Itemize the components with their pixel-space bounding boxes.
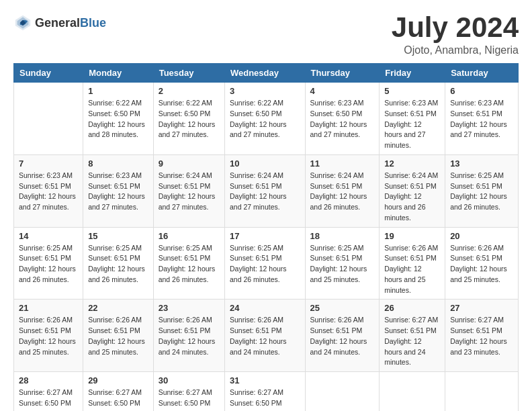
calendar-cell: 26 Sunrise: 6:27 AMSunset: 6:51 PMDaylig…	[380, 300, 445, 372]
day-number: 9	[159, 158, 220, 169]
header-friday: Friday	[380, 64, 445, 83]
day-info: Sunrise: 6:24 AMSunset: 6:51 PMDaylight:…	[159, 171, 216, 211]
day-info: Sunrise: 6:22 AMSunset: 6:50 PMDaylight:…	[230, 99, 287, 138]
calendar-cell: 21 Sunrise: 6:26 AMSunset: 6:51 PMDaylig…	[14, 300, 83, 372]
calendar-cell: 20 Sunrise: 6:26 AMSunset: 6:51 PMDaylig…	[445, 227, 519, 300]
calendar-cell: 11 Sunrise: 6:24 AMSunset: 6:51 PMDaylig…	[305, 154, 380, 227]
day-number: 14	[19, 231, 78, 241]
header-saturday: Saturday	[445, 64, 519, 83]
header-thursday: Thursday	[305, 64, 380, 83]
calendar-week-row: 28 Sunrise: 6:27 AMSunset: 6:50 PMDaylig…	[14, 372, 519, 412]
calendar-cell: 6 Sunrise: 6:23 AMSunset: 6:51 PMDayligh…	[445, 83, 519, 155]
day-number: 19	[384, 231, 440, 241]
location: Ojoto, Anambra, Nigeria	[392, 44, 519, 56]
day-number: 20	[450, 231, 513, 241]
day-number: 30	[159, 375, 220, 385]
calendar-cell: 4 Sunrise: 6:23 AMSunset: 6:50 PMDayligh…	[305, 83, 380, 155]
day-info: Sunrise: 6:26 AMSunset: 6:51 PMDaylight:…	[230, 316, 287, 355]
day-info: Sunrise: 6:23 AMSunset: 6:51 PMDaylight:…	[88, 171, 145, 211]
day-number: 8	[88, 158, 148, 169]
day-info: Sunrise: 6:27 AMSunset: 6:50 PMDaylight:…	[19, 388, 76, 411]
calendar-cell: 27 Sunrise: 6:27 AMSunset: 6:51 PMDaylig…	[445, 300, 519, 372]
day-info: Sunrise: 6:25 AMSunset: 6:51 PMDaylight:…	[230, 244, 287, 283]
day-number: 2	[159, 86, 220, 96]
calendar-cell: 17 Sunrise: 6:25 AMSunset: 6:51 PMDaylig…	[224, 227, 305, 300]
calendar-cell: 7 Sunrise: 6:23 AMSunset: 6:51 PMDayligh…	[14, 154, 83, 227]
day-number: 25	[310, 303, 375, 313]
day-info: Sunrise: 6:25 AMSunset: 6:51 PMDaylight:…	[450, 171, 507, 211]
day-info: Sunrise: 6:23 AMSunset: 6:51 PMDaylight:…	[450, 99, 507, 138]
calendar-cell: 30 Sunrise: 6:27 AMSunset: 6:50 PMDaylig…	[153, 372, 224, 412]
day-number: 3	[230, 86, 300, 96]
calendar-cell: 5 Sunrise: 6:23 AMSunset: 6:51 PMDayligh…	[380, 83, 445, 155]
calendar-cell: 10 Sunrise: 6:24 AMSunset: 6:51 PMDaylig…	[224, 154, 305, 227]
day-info: Sunrise: 6:26 AMSunset: 6:51 PMDaylight:…	[310, 316, 367, 355]
day-info: Sunrise: 6:24 AMSunset: 6:51 PMDaylight:…	[384, 171, 438, 222]
calendar-cell: 29 Sunrise: 6:27 AMSunset: 6:50 PMDaylig…	[83, 372, 154, 412]
calendar-cell: 25 Sunrise: 6:26 AMSunset: 6:51 PMDaylig…	[305, 300, 380, 372]
header-tuesday: Tuesday	[153, 64, 224, 83]
logo: GeneralBlue	[13, 13, 106, 32]
title-section: July 2024 Ojoto, Anambra, Nigeria	[392, 13, 519, 56]
day-number: 5	[384, 86, 440, 96]
calendar-cell: 1 Sunrise: 6:22 AMSunset: 6:50 PMDayligh…	[83, 83, 154, 155]
day-info: Sunrise: 6:27 AMSunset: 6:50 PMDaylight:…	[88, 388, 145, 411]
day-number: 16	[159, 231, 220, 241]
day-info: Sunrise: 6:26 AMSunset: 6:51 PMDaylight:…	[450, 244, 507, 283]
day-info: Sunrise: 6:26 AMSunset: 6:51 PMDaylight:…	[159, 316, 216, 355]
header-monday: Monday	[83, 64, 154, 83]
header-wednesday: Wednesday	[224, 64, 305, 83]
day-number: 1	[88, 86, 148, 96]
day-info: Sunrise: 6:22 AMSunset: 6:50 PMDaylight:…	[88, 99, 145, 138]
logo-general: General	[35, 16, 80, 30]
day-number: 23	[159, 303, 220, 313]
day-number: 17	[230, 231, 300, 241]
calendar-cell	[305, 372, 380, 412]
day-info: Sunrise: 6:23 AMSunset: 6:51 PMDaylight:…	[19, 171, 76, 211]
day-info: Sunrise: 6:24 AMSunset: 6:51 PMDaylight:…	[230, 171, 287, 211]
day-number: 24	[230, 303, 300, 313]
day-number: 31	[230, 375, 300, 385]
day-info: Sunrise: 6:25 AMSunset: 6:51 PMDaylight:…	[310, 244, 367, 283]
day-info: Sunrise: 6:26 AMSunset: 6:51 PMDaylight:…	[19, 316, 76, 355]
day-number: 27	[450, 303, 513, 313]
calendar-cell: 2 Sunrise: 6:22 AMSunset: 6:50 PMDayligh…	[153, 83, 224, 155]
calendar-cell: 19 Sunrise: 6:26 AMSunset: 6:51 PMDaylig…	[380, 227, 445, 300]
calendar-week-row: 7 Sunrise: 6:23 AMSunset: 6:51 PMDayligh…	[14, 154, 519, 227]
day-info: Sunrise: 6:27 AMSunset: 6:51 PMDaylight:…	[384, 316, 438, 366]
calendar-cell	[380, 372, 445, 412]
calendar-cell: 13 Sunrise: 6:25 AMSunset: 6:51 PMDaylig…	[445, 154, 519, 227]
day-info: Sunrise: 6:27 AMSunset: 6:50 PMDaylight:…	[230, 388, 287, 411]
day-info: Sunrise: 6:27 AMSunset: 6:50 PMDaylight:…	[159, 388, 216, 411]
calendar-cell: 9 Sunrise: 6:24 AMSunset: 6:51 PMDayligh…	[153, 154, 224, 227]
day-number: 11	[310, 158, 375, 169]
calendar-cell: 22 Sunrise: 6:26 AMSunset: 6:51 PMDaylig…	[83, 300, 154, 372]
day-number: 21	[19, 303, 78, 313]
day-number: 22	[88, 303, 148, 313]
day-info: Sunrise: 6:25 AMSunset: 6:51 PMDaylight:…	[19, 244, 76, 283]
calendar-header-row: SundayMondayTuesdayWednesdayThursdayFrid…	[14, 64, 519, 83]
calendar-cell: 23 Sunrise: 6:26 AMSunset: 6:51 PMDaylig…	[153, 300, 224, 372]
day-info: Sunrise: 6:22 AMSunset: 6:50 PMDaylight:…	[159, 99, 216, 138]
calendar-cell	[14, 83, 83, 155]
day-info: Sunrise: 6:27 AMSunset: 6:51 PMDaylight:…	[450, 316, 507, 355]
logo-icon	[13, 13, 32, 32]
day-info: Sunrise: 6:23 AMSunset: 6:51 PMDaylight:…	[384, 99, 438, 149]
day-number: 29	[88, 375, 148, 385]
day-number: 28	[19, 375, 78, 385]
day-number: 6	[450, 86, 513, 96]
logo-blue: Blue	[80, 16, 106, 30]
calendar-cell: 15 Sunrise: 6:25 AMSunset: 6:51 PMDaylig…	[83, 227, 154, 300]
calendar-cell: 16 Sunrise: 6:25 AMSunset: 6:51 PMDaylig…	[153, 227, 224, 300]
logo-text: GeneralBlue	[35, 16, 106, 30]
calendar-week-row: 21 Sunrise: 6:26 AMSunset: 6:51 PMDaylig…	[14, 300, 519, 372]
day-info: Sunrise: 6:23 AMSunset: 6:50 PMDaylight:…	[310, 99, 367, 138]
day-number: 4	[310, 86, 375, 96]
page-header: GeneralBlue July 2024 Ojoto, Anambra, Ni…	[13, 13, 519, 56]
day-number: 15	[88, 231, 148, 241]
calendar-cell	[445, 372, 519, 412]
day-number: 18	[310, 231, 375, 241]
calendar-week-row: 14 Sunrise: 6:25 AMSunset: 6:51 PMDaylig…	[14, 227, 519, 300]
calendar-cell: 31 Sunrise: 6:27 AMSunset: 6:50 PMDaylig…	[224, 372, 305, 412]
calendar-cell: 12 Sunrise: 6:24 AMSunset: 6:51 PMDaylig…	[380, 154, 445, 227]
